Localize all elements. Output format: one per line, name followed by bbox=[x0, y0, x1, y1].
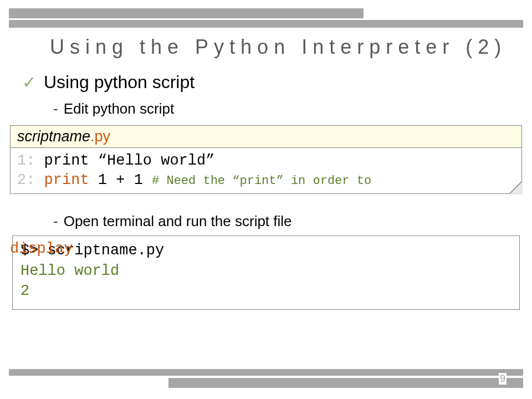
sub-bullet-2: - Open terminal and run the script file bbox=[53, 213, 532, 230]
bullet-main: ✓ Using python script bbox=[22, 72, 532, 93]
slide-content: ✓ Using python script - Edit python scri… bbox=[0, 72, 532, 310]
code-overflow-text: display bbox=[10, 241, 73, 257]
page-number: 9 bbox=[499, 373, 507, 385]
sub-bullet-1: - Edit python script bbox=[53, 100, 532, 117]
code-line-1: 1: print “Hello world” bbox=[17, 151, 515, 171]
sub-bullet-2-text: Open terminal and run the script file bbox=[64, 213, 292, 230]
decor-bar-top-2 bbox=[9, 20, 523, 28]
code-file-box: scriptname.py 1: print “Hello world” 2: … bbox=[10, 125, 522, 194]
terminal-command: $> scriptname.py bbox=[21, 241, 511, 260]
terminal-box: $> scriptname.py Hello world 2 bbox=[12, 236, 520, 309]
file-name-base: scriptname bbox=[17, 128, 90, 145]
decor-bar-bottom-1 bbox=[9, 369, 523, 376]
file-name-ext: .py bbox=[90, 128, 110, 145]
line-number: 1: bbox=[17, 152, 35, 169]
code-text: print “Hello world” bbox=[35, 152, 214, 169]
bullet-main-text: Using python script bbox=[44, 72, 195, 93]
dash-icon: - bbox=[53, 100, 58, 117]
page-curl-icon bbox=[509, 181, 523, 195]
terminal-output-line: 2 bbox=[21, 281, 511, 301]
code-line-2: 2: print 1 + 1 # Need the “print” in ord… bbox=[17, 171, 515, 190]
decor-bar-top-1 bbox=[9, 8, 364, 18]
code-keyword: print bbox=[35, 172, 89, 188]
sub-bullet-1-text: Edit python script bbox=[64, 100, 174, 117]
terminal-output-line: Hello world bbox=[21, 261, 511, 281]
code-text: 1 + 1 bbox=[89, 172, 152, 188]
dash-icon: - bbox=[53, 213, 58, 230]
slide-title: Using the Python Interpreter (2) bbox=[50, 35, 521, 59]
code-comment: # Need the “print” in order to bbox=[152, 174, 371, 188]
decor-bar-bottom-2 bbox=[168, 378, 523, 388]
file-header: scriptname.py bbox=[10, 125, 522, 148]
code-body: 1: print “Hello world” 2: print 1 + 1 # … bbox=[10, 148, 522, 194]
check-icon: ✓ bbox=[22, 74, 36, 91]
line-number: 2: bbox=[17, 172, 35, 188]
